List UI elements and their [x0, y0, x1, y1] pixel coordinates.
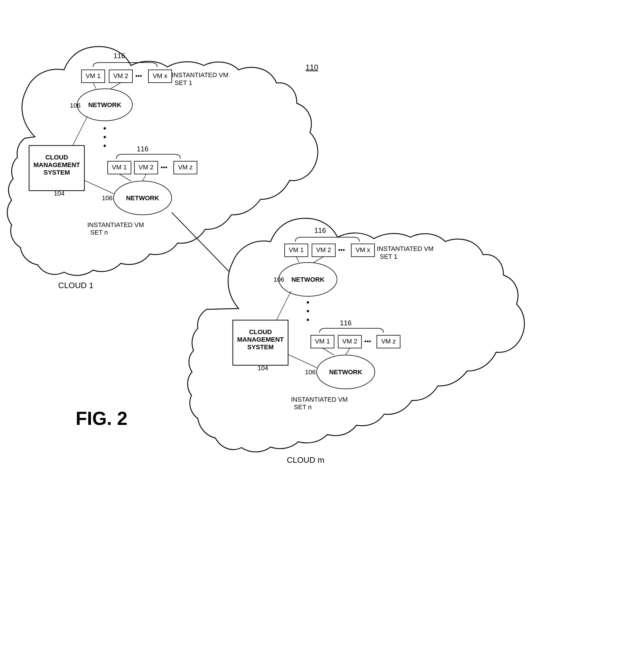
- vert-dots-cloud1-3: •: [103, 141, 106, 150]
- ref-116-top-cloudm: 116: [314, 226, 326, 234]
- vm1-bot-label-cloudm: VM 1: [315, 338, 330, 345]
- vert-dots-cloud1: •: [103, 124, 106, 133]
- inst-vm-set1-cloud1-2: SET 1: [174, 79, 192, 86]
- inst-vm-set1-cloud1: INSTANTIATED VM: [172, 71, 229, 79]
- dots-top-cloud1: •••: [135, 72, 142, 80]
- dots-bot-cloud1: •••: [161, 164, 167, 171]
- diagram-container: CLOUD 1 110 116 VM 1 VM 2 ••• VM x INSTA…: [0, 0, 644, 672]
- inst-vm-setn-cloud1-2: SET n: [90, 229, 108, 236]
- ref-116-top-cloud1: 116: [113, 52, 125, 60]
- fig-label: FIG. 2: [76, 408, 127, 429]
- vm2-bot-label-cloud1: VM 2: [138, 164, 153, 171]
- cms-cloudm-line3: SYSTEM: [247, 344, 274, 351]
- cms-cloud1-line1: CLOUD: [45, 154, 68, 161]
- vm2-bot-label-cloudm: VM 2: [342, 338, 357, 345]
- vm1-top-label-cloud1: VM 1: [86, 72, 100, 80]
- inst-vm-set1-cloudm: INSTANTIATED VM: [377, 245, 434, 252]
- ref-116-bottom-cloudm: 116: [340, 319, 352, 327]
- inst-vm-setn-cloud1: INSTANTIATED VM: [87, 221, 144, 228]
- cloud1-label: CLOUD 1: [58, 281, 94, 290]
- inst-vm-setn-cloudm: INSTANTIATED VM: [291, 396, 348, 403]
- network2-label-cloudm: NETWORK: [329, 369, 362, 376]
- vm1-top-label-cloudm: VM 1: [289, 246, 304, 253]
- ref-106-bot-cloudm: 106: [305, 369, 316, 376]
- inst-vm-setn-cloudm-2: SET n: [294, 404, 312, 411]
- cms-cloud1-line2: MANAGEMENT: [34, 161, 80, 168]
- vert-dots-cloud1-2: •: [103, 132, 106, 142]
- ref-116-bottom-cloud1: 116: [137, 145, 148, 153]
- ref-106-bot-cloud1: 106: [102, 194, 113, 202]
- vert-dots-cloudm-2: •: [306, 307, 309, 315]
- ref-106-top-cloud1: 106: [70, 102, 81, 109]
- dots-top-cloudm: •••: [338, 246, 345, 253]
- cloudm-label: CLOUD m: [287, 455, 324, 465]
- vm2-top-label-cloud1: VM 2: [113, 72, 128, 80]
- vert-dots-cloudm-3: •: [306, 315, 309, 324]
- main-svg: CLOUD 1 110 116 VM 1 VM 2 ••• VM x INSTA…: [0, 0, 644, 672]
- vmz-bot-label-cloudm: VM z: [381, 338, 396, 345]
- vmx-top-label-cloudm: VM x: [356, 246, 370, 253]
- vm1-bot-label-cloud1: VM 1: [112, 164, 126, 171]
- inst-vm-set1-cloudm-2: SET 1: [380, 253, 398, 260]
- dots-bot-cloudm: •••: [364, 338, 371, 345]
- vmz-bot-label-cloud1: VM z: [178, 164, 193, 171]
- vmx-top-label-cloud1: VM x: [153, 72, 167, 80]
- vm2-top-label-cloudm: VM 2: [316, 246, 331, 253]
- ref-110: 110: [306, 63, 318, 72]
- cms-cloudm-line1: CLOUD: [249, 328, 272, 336]
- network2-label-cloud1: NETWORK: [126, 194, 159, 202]
- network1-label-cloud1: NETWORK: [88, 101, 121, 109]
- vert-dots-cloudm: •: [306, 298, 309, 307]
- ref-104-cloudm: 104: [257, 364, 268, 372]
- ref-106-top-cloudm: 106: [274, 276, 284, 283]
- cms-cloudm-line2: MANAGEMENT: [237, 336, 284, 343]
- network1-label-cloudm: NETWORK: [291, 276, 325, 283]
- ref-104-cloud1: 104: [54, 190, 64, 197]
- cms-cloud1-line3: SYSTEM: [44, 169, 70, 176]
